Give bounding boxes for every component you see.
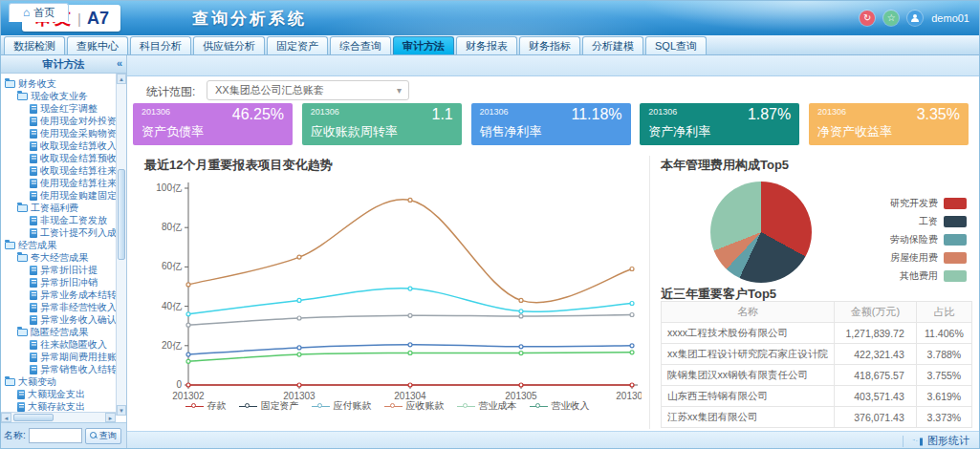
module-tab-10[interactable]: 分析建模 bbox=[582, 36, 643, 54]
tree-item[interactable]: 收取现金结算预收款 bbox=[1, 152, 116, 164]
legend-item-存款[interactable]: 存款 bbox=[185, 399, 227, 413]
pie-legend-item-其他费用[interactable]: 其他费用 bbox=[842, 267, 967, 285]
tree-item[interactable]: 使用现金对外投资 bbox=[1, 115, 116, 127]
module-tab-11[interactable]: SQL查询 bbox=[645, 36, 707, 54]
data-point-存款 bbox=[297, 383, 301, 387]
module-tab-2[interactable]: 查账中心 bbox=[67, 36, 128, 54]
scroll-down-icon[interactable]: ▼ bbox=[117, 405, 126, 416]
tree-item[interactable]: 隐匿经营成果 bbox=[1, 326, 116, 338]
tree-item[interactable]: 收取现金结算收入 bbox=[1, 139, 116, 152]
vertical-scroll-thumb[interactable] bbox=[118, 169, 125, 260]
table-row: 山东西王特钢有限公司403,571.433.619% bbox=[662, 386, 972, 407]
tree-search-input[interactable] bbox=[29, 428, 82, 443]
tree-item-label: 异常非经营性收入 bbox=[40, 301, 116, 313]
legend-item-营业成本[interactable]: 营业成本 bbox=[457, 399, 517, 413]
module-tab-7[interactable]: 审计方法 bbox=[393, 36, 454, 54]
tree-item[interactable]: 使用现金结算往来款 bbox=[1, 177, 116, 189]
logout-icon[interactable]: ↻ bbox=[860, 11, 875, 26]
amount-cell: 422,321.43 bbox=[835, 344, 917, 365]
scroll-up-icon[interactable]: ▲ bbox=[117, 74, 126, 84]
legend-circle bbox=[463, 403, 468, 408]
favorite-star-icon[interactable]: ☆ bbox=[883, 11, 899, 26]
horizontal-scroll-thumb[interactable] bbox=[13, 414, 54, 421]
scroll-right-icon[interactable]: ► bbox=[105, 413, 116, 422]
module-tab-9[interactable]: 财务指标 bbox=[519, 36, 580, 54]
document-icon bbox=[30, 191, 37, 201]
scope-filter-label: 统计范围: bbox=[146, 84, 195, 100]
tree-item[interactable]: 异常业务收入确认 bbox=[1, 313, 116, 326]
tree-item[interactable]: 经营成果 bbox=[1, 239, 116, 251]
tree-item[interactable]: 异常折旧计提 bbox=[1, 264, 116, 276]
module-tab-8[interactable]: 财务报表 bbox=[456, 36, 517, 54]
tree-item[interactable]: 非现金工资发放 bbox=[1, 214, 116, 226]
tree-item[interactable]: 使用现金购建固定资产 bbox=[1, 189, 116, 202]
pie-legend-item-工资[interactable]: 工资 bbox=[842, 212, 967, 230]
pie-legend-swatch bbox=[944, 252, 967, 264]
graph-statistics-button[interactable]: 图形统计 bbox=[927, 434, 969, 448]
kpi-value: 46.25% bbox=[232, 106, 284, 123]
tree-item-label: 大额变动 bbox=[18, 375, 56, 388]
legend-label: 应付账款 bbox=[334, 399, 372, 413]
module-tab-6[interactable]: 综合查询 bbox=[330, 36, 391, 54]
document-icon bbox=[30, 353, 37, 362]
pie-legend-item-劳动保险费[interactable]: 劳动保险费 bbox=[842, 230, 967, 248]
legend-item-营业收入[interactable]: 营业收入 bbox=[530, 399, 590, 413]
legend-item-应付账款[interactable]: 应付账款 bbox=[312, 399, 372, 413]
tree-item[interactable]: 异常非经营性收入 bbox=[1, 301, 116, 313]
sidebar-collapse-icon[interactable]: « bbox=[117, 57, 122, 69]
kpi-card-5: 2013063.35%净资产收益率 bbox=[809, 103, 969, 145]
tree-item[interactable]: 收取现金结算往来款 bbox=[1, 164, 116, 177]
tab-home[interactable]: ⌂ 首页 bbox=[9, 3, 69, 22]
user-avatar-icon[interactable] bbox=[907, 11, 923, 26]
data-point-应收账款 bbox=[408, 198, 412, 202]
tree-item[interactable]: 工资福利费 bbox=[1, 202, 116, 214]
tree-vertical-scrollbar[interactable]: ▲ ▼ bbox=[116, 74, 126, 416]
app-title: 查询分析系统 bbox=[192, 8, 307, 30]
module-tab-4[interactable]: 供应链分析 bbox=[193, 36, 265, 54]
module-tab-3[interactable]: 科目分析 bbox=[130, 36, 191, 54]
ratio-cell: 3.619% bbox=[916, 386, 971, 407]
tree-item[interactable]: 工资计提不列入成本费用 bbox=[1, 226, 116, 239]
tree-item[interactable]: 使用现金采购物资 bbox=[1, 127, 116, 139]
tree-item[interactable]: 夸大经营成果 bbox=[1, 251, 116, 264]
module-tab-5[interactable]: 固定资产 bbox=[267, 36, 328, 54]
table-row: xx集团工程设计研究院石家庄设计院422,321.433.788% bbox=[662, 344, 972, 365]
legend-item-应收账款[interactable]: 应收账款 bbox=[384, 399, 445, 413]
data-point-应付账款 bbox=[408, 287, 412, 290]
tree-item[interactable]: 往来款隐匿收入 bbox=[1, 338, 116, 351]
pie-legend-item-研究开发费[interactable]: 研究开发费 bbox=[842, 194, 967, 212]
legend-line-marker bbox=[239, 402, 257, 410]
panel-divider bbox=[649, 156, 650, 429]
data-point-固定资产 bbox=[519, 314, 523, 318]
data-point-固定资产 bbox=[408, 313, 412, 317]
tree-search-bar: 名称: 查询 bbox=[1, 422, 126, 448]
tree-item[interactable]: 大额变动 bbox=[1, 375, 116, 388]
tree-item[interactable]: 现金收支业务 bbox=[1, 90, 116, 102]
tree-item[interactable]: 异常业务成本结转 bbox=[1, 289, 116, 301]
tree-item[interactable]: 异常期间费用挂账 bbox=[1, 351, 116, 363]
legend-item-固定资产[interactable]: 固定资产 bbox=[239, 399, 299, 413]
tree-horizontal-scrollbar[interactable]: ◄ ► bbox=[1, 412, 116, 422]
expense-pie-chart bbox=[710, 182, 812, 283]
y-tick-label: 100亿 bbox=[156, 182, 183, 193]
tree-search-button[interactable]: 查询 bbox=[85, 428, 121, 444]
username-label: demo01 bbox=[931, 12, 969, 24]
bar-chart-icon bbox=[912, 437, 923, 446]
scope-filter-select[interactable]: XX集团总公司汇总账套 ▾ bbox=[207, 80, 409, 100]
data-point-营业收入 bbox=[297, 346, 301, 350]
pie-legend-label: 劳动保险费 bbox=[890, 233, 938, 246]
tree-item[interactable]: 现金红字调整 bbox=[1, 102, 116, 115]
table-column-header: 名称 bbox=[662, 302, 835, 323]
amount-cell: 376,071.43 bbox=[835, 407, 917, 428]
tree-item[interactable]: 异常折旧冲销 bbox=[1, 276, 116, 289]
header-actions: ↻ ☆ demo01 bbox=[860, 1, 969, 35]
document-icon bbox=[30, 290, 37, 300]
tree-item[interactable]: 异常销售收入结转 bbox=[1, 363, 116, 375]
line-chart-legend: 存款固定资产应付账款应收账款营业成本营业收入 bbox=[133, 399, 642, 413]
person-icon bbox=[911, 14, 919, 23]
tree-item[interactable]: 财务收支 bbox=[1, 77, 116, 90]
module-tab-1[interactable]: 数据检测 bbox=[4, 36, 65, 54]
tree-item[interactable]: 大额现金支出 bbox=[1, 388, 116, 400]
scroll-left-icon[interactable]: ◄ bbox=[1, 413, 11, 422]
pie-legend-item-房屋使用费[interactable]: 房屋使用费 bbox=[842, 248, 967, 267]
